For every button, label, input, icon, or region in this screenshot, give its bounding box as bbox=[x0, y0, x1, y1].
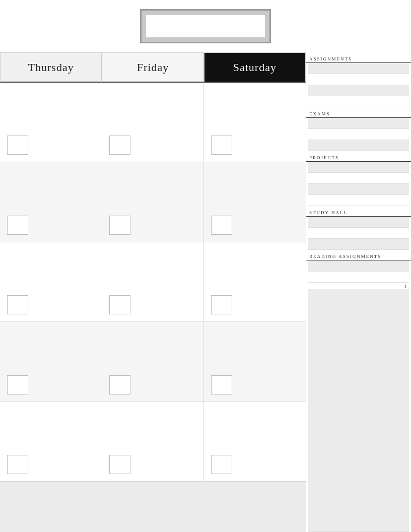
day-headers: Thursday Friday Saturday bbox=[0, 52, 306, 83]
assignments-line-2 bbox=[308, 74, 409, 85]
reading-line-2 bbox=[308, 272, 409, 283]
thursday-label: Thursday bbox=[28, 61, 74, 74]
calendar-bottom-area bbox=[0, 482, 306, 532]
cell-sat-5 bbox=[204, 402, 306, 481]
calendar-row-1 bbox=[0, 83, 306, 162]
exams-line-3 bbox=[308, 140, 409, 151]
calendar-row-5 bbox=[0, 402, 306, 482]
projects-line-1 bbox=[308, 162, 409, 173]
checkbox-fri-1[interactable] bbox=[109, 136, 130, 155]
study-hall-line-3 bbox=[308, 239, 409, 250]
calendar-row-2 bbox=[0, 162, 306, 242]
friday-label: Friday bbox=[137, 61, 169, 74]
projects-line-2 bbox=[308, 173, 409, 184]
top-widget bbox=[140, 9, 271, 43]
projects-line-4 bbox=[308, 195, 409, 206]
checkbox-fri-2[interactable] bbox=[109, 216, 130, 235]
checkbox-sat-4[interactable] bbox=[211, 375, 232, 394]
assignments-line-4 bbox=[308, 96, 409, 107]
cell-thu-2 bbox=[0, 162, 102, 241]
study-hall-line-1 bbox=[308, 217, 409, 228]
checkbox-thu-3[interactable] bbox=[7, 295, 28, 314]
checkbox-fri-4[interactable] bbox=[109, 375, 130, 394]
exams-label: EXAMS bbox=[306, 109, 411, 118]
cell-fri-5 bbox=[102, 402, 204, 481]
assignments-label: ASSIGNMENTS bbox=[306, 54, 411, 63]
checkbox-thu-1[interactable] bbox=[7, 136, 28, 155]
sidebar-bottom-fill bbox=[308, 289, 409, 532]
friday-header: Friday bbox=[102, 52, 203, 83]
reading-assignments-label: READING ASSIGNMENTS bbox=[306, 252, 411, 260]
checkbox-fri-3[interactable] bbox=[109, 295, 130, 314]
cell-fri-1 bbox=[102, 83, 204, 162]
checkbox-thu-2[interactable] bbox=[7, 216, 28, 235]
projects-line-3 bbox=[308, 184, 409, 195]
checkbox-fri-5[interactable] bbox=[109, 455, 130, 474]
checkbox-thu-4[interactable] bbox=[7, 375, 28, 394]
checkbox-sat-2[interactable] bbox=[211, 216, 232, 235]
saturday-header: Saturday bbox=[204, 52, 306, 83]
study-hall-line-2 bbox=[308, 228, 409, 239]
assignments-line-1 bbox=[308, 63, 409, 74]
cell-sat-3 bbox=[204, 242, 306, 321]
thursday-header: Thursday bbox=[0, 52, 102, 83]
cell-thu-1 bbox=[0, 83, 102, 162]
cell-sat-4 bbox=[204, 322, 306, 401]
calendar-section: Thursday Friday Saturday bbox=[0, 52, 306, 532]
page: Thursday Friday Saturday bbox=[0, 0, 411, 532]
calendar-row-4 bbox=[0, 322, 306, 402]
cell-thu-4 bbox=[0, 322, 102, 401]
cell-sat-1 bbox=[204, 83, 306, 162]
calendar-rows bbox=[0, 83, 306, 482]
cell-fri-3 bbox=[102, 242, 204, 321]
page-number: 1 bbox=[306, 283, 411, 289]
main-content: Thursday Friday Saturday bbox=[0, 52, 411, 532]
saturday-label: Saturday bbox=[233, 61, 277, 74]
reading-line-1 bbox=[308, 260, 409, 272]
projects-label: PROJECTS bbox=[306, 153, 411, 162]
checkbox-sat-1[interactable] bbox=[211, 136, 232, 155]
study-hall-label: STUDY HALL bbox=[306, 208, 411, 217]
cell-fri-2 bbox=[102, 162, 204, 241]
exams-line-1 bbox=[308, 118, 409, 129]
checkbox-sat-3[interactable] bbox=[211, 295, 232, 314]
sidebar: ASSIGNMENTS EXAMS PROJECTS STUDY HALL RE… bbox=[306, 52, 411, 532]
assignments-line-3 bbox=[308, 85, 409, 96]
top-widget-inner bbox=[146, 15, 265, 38]
cell-thu-3 bbox=[0, 242, 102, 321]
cell-sat-2 bbox=[204, 162, 306, 241]
calendar-row-3 bbox=[0, 242, 306, 322]
checkbox-thu-5[interactable] bbox=[7, 455, 28, 474]
cell-fri-4 bbox=[102, 322, 204, 401]
exams-line-2 bbox=[308, 129, 409, 140]
checkbox-sat-5[interactable] bbox=[211, 455, 232, 474]
cell-thu-5 bbox=[0, 402, 102, 481]
